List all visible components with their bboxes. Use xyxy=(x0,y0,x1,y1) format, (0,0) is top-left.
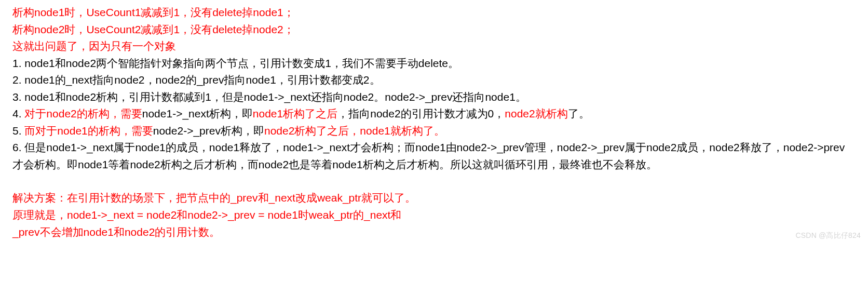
list-item-3: 3. node1和node2析构，引用计数都减到1，但是node1->_next… xyxy=(12,89,856,106)
list-text: node1和node2析构，引用计数都减到1，但是node1->_next还指向… xyxy=(24,91,526,103)
list-num: 2. xyxy=(12,74,24,86)
list-item-6: 6. 但是node1->_next属于node1的成员，node1释放了，nod… xyxy=(12,139,856,173)
list-text-part: node2就析构 xyxy=(505,108,567,119)
list-text: node1的_next指向node2，node2的_prev指向node1，引用… xyxy=(24,74,380,86)
list-item-5: 5. 而对于node1的析构，需要node2->_prev析构，即node2析构… xyxy=(12,123,856,140)
intro-line-2: 析构node2时，UseCount2减减到1，没有delete掉node2； xyxy=(12,21,856,38)
spacer xyxy=(12,173,856,190)
solution-line-1: 解决方案：在引用计数的场景下，把节点中的_prev和_next改成weak_pt… xyxy=(12,190,856,207)
solution-line-3: _prev不会增加node1和node2的引用计数。 xyxy=(12,224,856,241)
intro-line-1: 析构node1时，UseCount1减减到1，没有delete掉node1； xyxy=(12,4,856,21)
list-text-part: node1->_next析构，即 xyxy=(142,108,253,119)
list-text-part: ，指向node2的引用计数才减为0， xyxy=(337,108,505,119)
list-text-part: 了。 xyxy=(568,108,590,119)
list-num: 4. xyxy=(12,108,24,119)
list-text: node1和node2两个智能指针对象指向两个节点，引用计数变成1，我们不需要手… xyxy=(24,57,459,69)
intro-line-3: 这就出问题了，因为只有一个对象 xyxy=(12,38,856,55)
list-num: 6. xyxy=(12,141,24,153)
list-item-2: 2. node1的_next指向node2，node2的_prev指向node1… xyxy=(12,72,856,89)
list-text: 但是node1->_next属于node1的成员，node1释放了，node1-… xyxy=(12,141,845,170)
list-text-part: node2->_prev析构，即 xyxy=(153,125,264,137)
watermark: CSDN @高比仔824 xyxy=(795,230,861,242)
list-text-part: node1析构了之后 xyxy=(253,108,337,119)
list-item-1: 1. node1和node2两个智能指针对象指向两个节点，引用计数变成1，我们不… xyxy=(12,55,856,72)
list-item-4: 4. 对于node2的析构，需要node1->_next析构，即node1析构了… xyxy=(12,105,856,123)
solution-line-2: 原理就是，node1->_next = node2和node2->_prev =… xyxy=(12,207,856,224)
list-text-part: 对于node2的析构，需要 xyxy=(24,108,142,119)
list-num: 3. xyxy=(12,91,24,103)
list-text-part: 而对于node1的析构，需要 xyxy=(24,125,153,137)
list-text-part: node2析构了之后，node1就析构了。 xyxy=(264,125,445,137)
list-num: 5. xyxy=(12,125,24,137)
list-num: 1. xyxy=(12,57,24,69)
